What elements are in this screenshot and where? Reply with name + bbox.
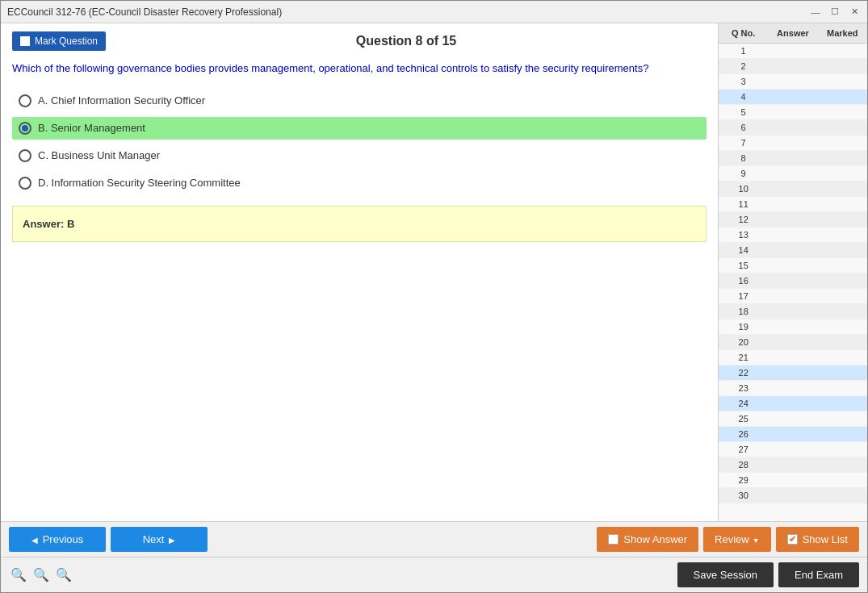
sidebar-cell-qno: 18 — [719, 307, 768, 316]
option-d-label: D. Information Security Steering Committ… — [38, 177, 241, 189]
show-answer-button[interactable]: Show Answer — [597, 527, 698, 552]
option-d[interactable]: D. Information Security Steering Committ… — [12, 172, 707, 194]
title-bar: ECCouncil 312-76 (EC-Council Disaster Re… — [1, 1, 867, 23]
sidebar-cell-qno: 2 — [719, 61, 768, 71]
arrow-right-icon — [169, 533, 175, 545]
review-button[interactable]: Review — [703, 527, 771, 552]
sidebar-row[interactable]: 10 — [719, 182, 867, 197]
sidebar-cell-qno: 9 — [719, 169, 768, 178]
sidebar-row[interactable]: 18 — [719, 304, 867, 319]
sidebar-row[interactable]: 16 — [719, 274, 867, 289]
sidebar-row[interactable]: 5 — [719, 105, 867, 120]
save-session-button[interactable]: Save Session — [677, 562, 774, 587]
review-dropdown-icon — [753, 533, 760, 545]
sidebar-row[interactable]: 11 — [719, 197, 867, 212]
sidebar-row[interactable]: 25 — [719, 411, 867, 427]
bottom-bar-actions: 🔍 🔍 🔍 Save Session End Exam — [1, 557, 867, 592]
bookmark-icon — [20, 36, 30, 46]
sidebar-cell-qno: 10 — [719, 184, 768, 194]
sidebar-row[interactable]: 13 — [719, 228, 867, 243]
sidebar-row[interactable]: 14 — [719, 243, 867, 258]
sidebar-cell-qno: 7 — [719, 138, 768, 148]
sidebar-cell-qno: 27 — [719, 445, 768, 454]
option-c-label: C. Business Unit Manager — [38, 149, 160, 161]
sidebar-row[interactable]: 24 — [719, 396, 867, 411]
sidebar-row[interactable]: 19 — [719, 319, 867, 335]
zoom-in-button[interactable]: 🔍 — [9, 567, 28, 583]
sidebar-row[interactable]: 23 — [719, 381, 867, 396]
sidebar-cell-qno: 1 — [719, 46, 768, 56]
sidebar-cell-qno: 25 — [719, 414, 768, 424]
next-label: Next — [143, 533, 165, 545]
sidebar-row[interactable]: 2 — [719, 59, 867, 74]
sidebar-row[interactable]: 7 — [719, 136, 867, 151]
radio-d[interactable] — [19, 177, 31, 190]
zoom-out-button[interactable]: 🔍 — [54, 567, 73, 583]
sidebar-row[interactable]: 15 — [719, 258, 867, 274]
sidebar-col-answer: Answer — [768, 27, 817, 40]
sidebar-cell-qno: 20 — [719, 337, 768, 347]
sidebar-row[interactable]: 1 — [719, 44, 867, 59]
show-list-button[interactable]: ✔ Show List — [776, 527, 859, 552]
sidebar-row[interactable]: 27 — [719, 442, 867, 457]
sidebar-cell-qno: 28 — [719, 460, 768, 470]
sidebar-cell-qno: 13 — [719, 230, 768, 240]
sidebar-cell-qno: 17 — [719, 291, 768, 301]
end-exam-label: End Exam — [795, 569, 843, 581]
sidebar-cell-qno: 26 — [719, 429, 768, 439]
sidebar-col-qno: Q No. — [719, 27, 768, 40]
previous-label: Previous — [43, 533, 84, 545]
next-button[interactable]: Next — [111, 527, 208, 552]
radio-a[interactable] — [19, 94, 31, 107]
zoom-controls: 🔍 🔍 🔍 — [9, 567, 73, 583]
sidebar-row[interactable]: 28 — [719, 457, 867, 473]
content-area: Mark Question Question 8 of 15 Which of … — [1, 23, 867, 521]
sidebar-row[interactable]: 9 — [719, 166, 867, 182]
top-bar: Mark Question Question 8 of 15 — [12, 31, 707, 51]
show-answer-label: Show Answer — [623, 533, 687, 545]
sidebar-row[interactable]: 12 — [719, 212, 867, 228]
main-panel: Mark Question Question 8 of 15 Which of … — [1, 23, 718, 521]
answer-box: Answer: B — [12, 206, 707, 242]
sidebar-row[interactable]: 30 — [719, 488, 867, 503]
sidebar-cell-qno: 5 — [719, 107, 768, 117]
minimize-button[interactable]: — — [809, 6, 822, 19]
sidebar-list[interactable]: 1 2 3 4 5 6 7 8 — [719, 44, 867, 521]
sidebar-row[interactable]: 29 — [719, 473, 867, 488]
close-button[interactable]: ✕ — [848, 6, 861, 19]
sidebar-cell-qno: 6 — [719, 123, 768, 132]
radio-c[interactable] — [19, 149, 31, 162]
bottom-bar-nav: Previous Next Show Answer Review ✔ Show … — [1, 521, 867, 557]
option-b[interactable]: B. Senior Management — [12, 117, 707, 140]
sidebar-row[interactable]: 20 — [719, 335, 867, 350]
sidebar-cell-qno: 8 — [719, 153, 768, 163]
maximize-button[interactable]: ☐ — [828, 6, 841, 19]
option-c[interactable]: C. Business Unit Manager — [12, 144, 707, 167]
sidebar-cell-qno: 3 — [719, 77, 768, 86]
arrow-left-icon — [31, 533, 38, 545]
mark-question-button[interactable]: Mark Question — [12, 31, 106, 51]
sidebar-cell-qno: 14 — [719, 245, 768, 255]
sidebar-row[interactable]: 26 — [719, 427, 867, 442]
mark-question-label: Mark Question — [35, 35, 98, 47]
sidebar-row[interactable]: 22 — [719, 365, 867, 381]
app-window: ECCouncil 312-76 (EC-Council Disaster Re… — [0, 0, 868, 593]
sidebar-row[interactable]: 4 — [719, 90, 867, 105]
end-exam-button[interactable]: End Exam — [778, 562, 859, 587]
radio-b[interactable] — [19, 122, 31, 135]
sidebar-row[interactable]: 3 — [719, 74, 867, 90]
sidebar-row[interactable]: 17 — [719, 289, 867, 304]
option-a[interactable]: A. Chief Information Security Officer — [12, 90, 707, 112]
option-a-label: A. Chief Information Security Officer — [38, 94, 205, 106]
sidebar-cell-qno: 15 — [719, 261, 768, 270]
save-session-label: Save Session — [694, 569, 758, 581]
sidebar-row[interactable]: 21 — [719, 350, 867, 365]
previous-button[interactable]: Previous — [9, 527, 106, 552]
show-answer-checkbox-icon — [608, 534, 619, 545]
sidebar-row[interactable]: 6 — [719, 120, 867, 136]
options-list: A. Chief Information Security Officer B.… — [12, 90, 707, 194]
sidebar-row[interactable]: 8 — [719, 151, 867, 166]
zoom-reset-button[interactable]: 🔍 — [31, 567, 51, 583]
show-list-checkbox-icon: ✔ — [787, 534, 798, 545]
sidebar-cell-qno: 23 — [719, 383, 768, 393]
